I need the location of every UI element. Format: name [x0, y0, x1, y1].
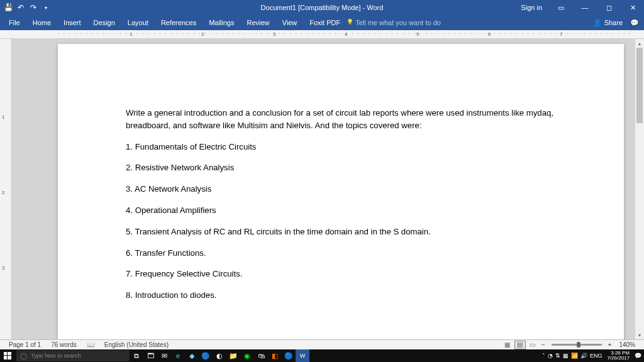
vertical-ruler[interactable]: 1 2 3 [0, 39, 11, 339]
tray-icon[interactable]: ▦ [563, 353, 569, 359]
quick-access-toolbar: 💾 ↶ ↷ ▾ [0, 3, 54, 12]
zoom-value[interactable]: 140% [614, 341, 640, 348]
task-view-icon[interactable]: ⧉ [130, 349, 143, 362]
svg-rect-2 [4, 356, 7, 359]
store-icon[interactable]: 🛍 [254, 349, 268, 362]
share-icon: 👤 [593, 19, 602, 27]
taskbar-app[interactable]: ✉ [157, 349, 171, 362]
start-button[interactable] [0, 349, 15, 362]
ruler-mark: 4 [345, 31, 347, 37]
tab-review[interactable]: Review [241, 15, 276, 30]
tab-references[interactable]: References [155, 15, 203, 30]
ruler-mark: 5 [416, 31, 419, 37]
status-bar: Page 1 of 1 76 words 📖 English (United S… [0, 339, 644, 349]
list-item[interactable]: 2. Resistive Network Analysis [126, 162, 556, 174]
ruler-mark: 1 [130, 31, 132, 37]
print-layout-icon[interactable]: ▤ [514, 341, 526, 349]
tell-me-input[interactable]: Tell me what you want to do [347, 19, 441, 26]
spellcheck-icon[interactable]: 📖 [82, 341, 99, 348]
maximize-button[interactable]: ◻ [597, 0, 620, 15]
word-icon[interactable]: W [296, 349, 309, 362]
taskbar-app[interactable]: ◆ [185, 349, 199, 362]
tray-icon[interactable]: ⇅ [555, 353, 560, 359]
tab-view[interactable]: View [276, 15, 304, 30]
tab-mailings[interactable]: Mailings [203, 15, 240, 30]
tab-home[interactable]: Home [26, 15, 57, 30]
list-item[interactable]: 8. Introduction to diodes. [126, 289, 556, 302]
list-item[interactable]: 5. Transient Analysis of RC and RL circu… [126, 226, 556, 238]
ruler-mark: 2 [2, 190, 4, 195]
taskbar-app[interactable]: ◧ [268, 349, 282, 362]
volume-icon[interactable]: 🔊 [580, 353, 587, 359]
taskbar-app[interactable]: ◉ [240, 349, 254, 362]
list-item[interactable]: 3. AC Network Analysis [126, 183, 556, 195]
chrome-icon[interactable]: 🔵 [199, 349, 213, 362]
ribbon-tabs: File Home Insert Design Layout Reference… [0, 15, 644, 30]
word-count[interactable]: 76 words [46, 341, 82, 348]
tab-design[interactable]: Design [87, 15, 121, 30]
list-item[interactable]: 1. Fundamentals of Electric Circuits [126, 141, 556, 153]
tab-layout[interactable]: Layout [121, 15, 155, 30]
taskbar-app[interactable]: ◐ [213, 349, 226, 362]
clock[interactable]: 3:28 PM 7/26/2017 [604, 351, 632, 361]
sign-in-link[interactable]: Sign in [514, 4, 548, 11]
save-icon[interactable]: 💾 [4, 3, 13, 12]
svg-rect-1 [8, 352, 11, 355]
redo-icon[interactable]: ↷ [29, 3, 38, 12]
scroll-up-icon[interactable]: ▴ [635, 39, 644, 48]
tab-insert[interactable]: Insert [57, 15, 87, 30]
tab-foxit-pdf[interactable]: Foxit PDF [303, 15, 347, 30]
vertical-scrollbar[interactable]: ▴ ▾ [635, 39, 644, 339]
zoom-out-button[interactable]: − [539, 341, 548, 348]
ruler-mark: 3 [273, 31, 275, 37]
tray-icon[interactable]: ◔ [548, 353, 553, 359]
page[interactable]: Write a general introduction and a concl… [58, 44, 624, 339]
file-explorer-icon[interactable]: 📁 [226, 349, 240, 362]
close-button[interactable]: ✕ [621, 0, 644, 15]
ruler-mark: 7 [560, 31, 562, 37]
list-item[interactable]: 4. Operational Amplifiers [126, 204, 556, 217]
taskbar-search[interactable]: ◯ Type here to search [16, 350, 130, 361]
comments-icon[interactable]: 💬 [630, 19, 639, 27]
search-placeholder: Type here to search [31, 353, 81, 359]
tray-expand-icon[interactable]: ˄ [542, 353, 545, 359]
zoom-slider[interactable] [552, 344, 602, 346]
ruler-mark: 6 [488, 31, 491, 37]
undo-icon[interactable]: ↶ [16, 3, 25, 12]
zoom-in-button[interactable]: + [606, 341, 614, 348]
minimize-button[interactable]: — [574, 0, 596, 15]
svg-rect-0 [4, 352, 7, 355]
share-button[interactable]: 👤Share [593, 19, 623, 27]
language-indicator[interactable]: English (United States) [99, 341, 174, 348]
ruler-mark: 3 [2, 265, 4, 271]
date: 7/26/2017 [607, 356, 630, 361]
svg-rect-3 [8, 356, 11, 359]
system-tray: ˄ ◔ ⇅ ▦ 📶 🔊 ENG 3:28 PM 7/26/2017 💬 [542, 351, 644, 361]
document-body[interactable]: Write a general introduction and a concl… [126, 107, 556, 310]
qat-more-icon[interactable]: ▾ [42, 3, 50, 12]
action-center-icon[interactable]: 💬 [635, 353, 641, 359]
horizontal-ruler[interactable]: 1 2 3 4 5 6 7 [0, 30, 644, 39]
scroll-thumb[interactable] [636, 48, 643, 123]
scroll-down-icon[interactable]: ▾ [635, 331, 644, 339]
read-mode-icon[interactable]: ▦ [502, 341, 513, 349]
edge-icon[interactable]: e [171, 349, 185, 362]
taskbar-app[interactable]: 🗔 [143, 349, 157, 362]
page-indicator[interactable]: Page 1 of 1 [4, 341, 46, 348]
tab-file[interactable]: File [3, 15, 26, 30]
ruler-mark: 1 [2, 114, 4, 120]
list-item[interactable]: 6. Transfer Functions. [126, 247, 556, 260]
zoom-slider-thumb[interactable] [577, 342, 580, 348]
document-title: Document1 [Compatibility Mode] - Word [261, 4, 384, 11]
window-controls: Sign in ▭ — ◻ ✕ [514, 0, 644, 15]
web-layout-icon[interactable]: ▭ [527, 341, 538, 349]
lang-indicator[interactable]: ENG [590, 353, 602, 359]
intro-paragraph[interactable]: Write a general introduction and a concl… [126, 107, 556, 132]
wifi-icon[interactable]: 📶 [571, 353, 578, 359]
chrome-icon[interactable]: 🔵 [282, 349, 296, 362]
list-item[interactable]: 7. Frequency Selective Circuits. [126, 268, 556, 280]
document-area: 1 2 3 Write a general introduction and a… [0, 39, 644, 339]
ribbon-display-icon[interactable]: ▭ [550, 0, 572, 15]
taskbar: ◯ Type here to search ⧉ 🗔 ✉ e ◆ 🔵 ◐ 📁 ◉ … [0, 349, 644, 362]
search-icon: ◯ [20, 353, 27, 359]
